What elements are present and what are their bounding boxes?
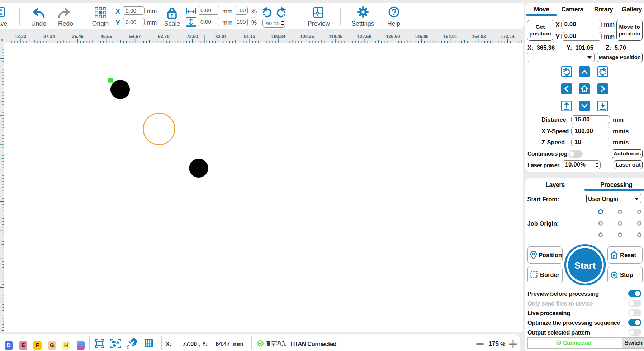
svg-text:109.35: 109.35 [300,34,314,39]
svg-text:36.45: 36.45 [72,34,84,39]
svg-text:82.01: 82.01 [215,34,227,39]
svg-text:127.58: 127.58 [357,34,371,39]
svg-text:118.46: 118.46 [329,34,342,39]
svg-text:54.67: 54.67 [129,34,141,39]
svg-text:173.14: 173.14 [501,34,515,39]
svg-text:100.24: 100.24 [271,34,286,39]
svg-text:91.13: 91.13 [244,34,255,39]
svg-text:136.69: 136.69 [386,34,400,39]
svg-text:18.23: 18.23 [15,34,26,39]
svg-text:164.03: 164.03 [472,34,486,39]
svg-text:72.90: 72.90 [186,34,198,39]
svg-text:27.34: 27.34 [43,34,55,39]
svg-text:Start: Start [574,260,596,270]
svg-text:145.80: 145.80 [415,34,428,39]
svg-text:45.56: 45.56 [101,34,112,39]
svg-text:63.79: 63.79 [158,34,169,39]
svg-text:154.91: 154.91 [443,34,457,39]
